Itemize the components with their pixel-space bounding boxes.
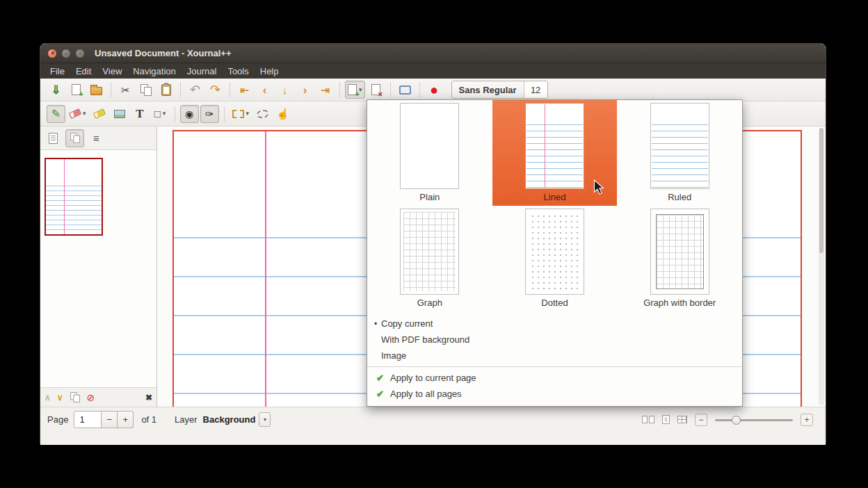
sidebar-tab-page-preview[interactable] — [65, 129, 84, 147]
previous-page-button[interactable]: ‹ — [255, 81, 274, 99]
menu-help[interactable]: Help — [255, 63, 284, 79]
menu-file[interactable]: File — [45, 63, 70, 79]
move-page-down-button[interactable]: ∨ — [57, 393, 63, 402]
titlebar[interactable]: ✕ – ▫ Unsaved Document - Xournal++ — [40, 44, 826, 63]
window-title: Unsaved Document - Xournal++ — [95, 48, 232, 58]
toolbar-separator — [175, 106, 175, 122]
template-graph[interactable]: Graph — [367, 206, 492, 311]
menu-item-with-pdf-background[interactable]: With PDF background — [367, 332, 742, 348]
maximize-icon: ▫ — [79, 51, 81, 56]
check-icon: ✔ — [374, 373, 390, 383]
template-ruled[interactable]: Ruled — [617, 100, 742, 206]
sidebar-tab-layers[interactable]: ≡ — [87, 129, 106, 147]
fullscreen-button[interactable] — [396, 81, 415, 99]
highlighter-tool-button[interactable] — [90, 105, 109, 123]
page-increment-button[interactable]: + — [118, 411, 134, 428]
template-graph-with-border[interactable]: Graph with border — [617, 206, 742, 311]
menu-item-copy-current[interactable]: • Copy current — [367, 316, 742, 332]
layer-dropdown-button[interactable]: ▾ — [259, 412, 271, 427]
pen-tool-button[interactable]: ✎ — [47, 105, 65, 123]
page-down-icon: ↓ — [282, 85, 288, 95]
text-tool-button[interactable]: T — [131, 105, 150, 123]
minimize-window-button[interactable]: – — [61, 49, 71, 58]
menu-item-image[interactable]: Image — [367, 348, 742, 364]
template-dotted[interactable]: Dotted — [492, 206, 618, 311]
delete-page-button[interactable]: ✕ — [367, 81, 385, 99]
shape-tool-button[interactable]: □ ▾ — [151, 105, 170, 123]
toolbar-separator — [180, 82, 181, 97]
zoom-slider-handle[interactable] — [732, 416, 741, 425]
close-window-button[interactable]: ✕ — [47, 49, 57, 58]
shape-recognizer-icon: ◉ — [185, 109, 193, 119]
zoom-out-button[interactable]: − — [695, 414, 707, 426]
redo-button[interactable]: ↷ — [206, 81, 225, 99]
template-label: Dotted — [541, 298, 568, 308]
menu-item-apply-all-pages[interactable]: ✔ Apply to all pages — [367, 386, 742, 402]
template-plain[interactable]: Plain — [367, 100, 492, 206]
menu-item-label: Copy current — [381, 318, 433, 329]
last-page-button[interactable]: ⇥ — [316, 81, 335, 99]
save-button[interactable]: ⇓ — [47, 81, 65, 99]
dual-page-view-button[interactable] — [642, 416, 654, 423]
font-size-field[interactable]: 12 — [524, 81, 547, 98]
eraser-tool-button[interactable]: ▾ — [67, 105, 89, 123]
preview-dots — [530, 213, 579, 290]
template-label: Lined — [544, 192, 566, 202]
page-decrement-button[interactable]: − — [102, 411, 118, 428]
compass-icon: ✑ — [205, 108, 214, 119]
undo-button[interactable]: ↶ — [186, 81, 204, 99]
compass-button[interactable]: ✑ — [200, 105, 219, 123]
move-page-up-button[interactable]: ∧ — [45, 393, 51, 402]
menu-view[interactable]: View — [97, 63, 127, 79]
delete-page-sidebar-button[interactable]: ⊘ — [87, 393, 95, 402]
vertical-scrollbar[interactable] — [819, 128, 824, 405]
cut-button[interactable]: ✂ — [116, 81, 135, 99]
layers-icon: ≡ — [93, 133, 99, 143]
next-page-button[interactable]: › — [296, 81, 314, 99]
previous-page-icon: ‹ — [263, 84, 267, 96]
sidebar-tabs: ≡ — [40, 127, 156, 149]
font-name-button[interactable]: Sans Regular — [452, 81, 524, 98]
menu-edit[interactable]: Edit — [70, 63, 97, 79]
lined-preview — [525, 103, 584, 189]
image-tool-button[interactable] — [111, 105, 129, 123]
menu-tools[interactable]: Tools — [222, 63, 254, 79]
new-document-button[interactable]: + — [67, 81, 86, 99]
zoom-slider[interactable] — [715, 414, 793, 426]
sidebar-bottom-toolbar: ∧ ∨ ⊘ ✖ — [40, 388, 156, 407]
single-page-view-button[interactable]: 1 — [662, 415, 670, 424]
template-apply-items: ✔ Apply to current page ✔ Apply to all p… — [367, 370, 742, 402]
page-down-button[interactable]: ↓ — [275, 81, 294, 99]
image-icon — [114, 110, 125, 118]
copy-page-icon — [70, 392, 80, 402]
first-page-icon: ⇤ — [240, 85, 249, 95]
close-sidebar-button[interactable]: ✖ — [145, 393, 152, 402]
zoom-slider-track[interactable] — [715, 419, 793, 421]
statusbar-right: 1 − + — [642, 414, 813, 426]
hand-tool-button[interactable]: ☝ — [273, 105, 292, 123]
menu-item-label: With PDF background — [381, 334, 469, 345]
page-thumbnail[interactable] — [45, 158, 103, 236]
page-number-field[interactable]: 1 — [74, 411, 102, 428]
menu-item-apply-current-page[interactable]: ✔ Apply to current page — [367, 370, 742, 386]
shape-recognizer-button[interactable]: ◉ — [180, 105, 199, 123]
menu-navigation[interactable]: Navigation — [127, 63, 181, 79]
open-button[interactable] — [87, 81, 106, 99]
scrollbar-thumb[interactable] — [819, 128, 823, 253]
first-page-button[interactable]: ⇤ — [235, 81, 254, 99]
presentation-view-button[interactable] — [677, 416, 687, 423]
preview-lines — [527, 124, 583, 188]
paste-button[interactable] — [156, 81, 175, 99]
menu-journal[interactable]: Journal — [182, 63, 223, 79]
zoom-in-button[interactable]: + — [801, 414, 813, 426]
record-audio-button[interactable]: ● — [425, 81, 444, 99]
new-page-dropdown-button[interactable]: + ▾ — [345, 81, 365, 99]
last-page-icon: ⇥ — [321, 85, 330, 95]
select-rectangle-button[interactable]: ▾ — [230, 105, 252, 123]
copy-page-button[interactable] — [70, 391, 81, 403]
maximize-window-button[interactable]: ▫ — [75, 49, 85, 58]
copy-button[interactable] — [136, 81, 155, 99]
redo-icon: ↷ — [210, 83, 220, 96]
sidebar-tab-contents[interactable] — [44, 129, 63, 147]
select-region-button[interactable] — [253, 105, 272, 123]
